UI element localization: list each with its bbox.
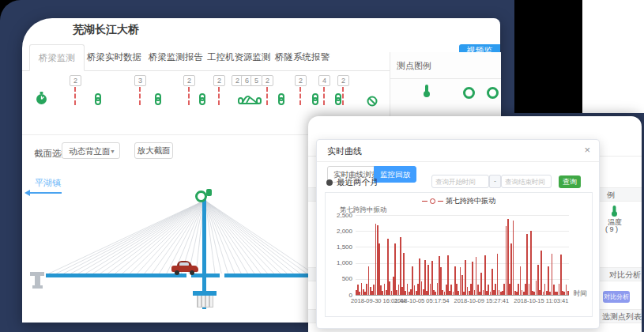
y-tick-label: 2,000 xyxy=(326,228,352,235)
chart-panel: 第七跨跨中振动 第七跨跨中振动 05001,0001,5002,0002,500… xyxy=(325,192,593,317)
sensor-count-badge[interactable]: 2 xyxy=(183,75,195,86)
sensor-dash-line xyxy=(299,87,301,105)
legend-marker-icon xyxy=(422,201,427,202)
legend-marker-icon xyxy=(438,201,443,202)
query-start-time-input[interactable] xyxy=(431,175,489,188)
left-arrow-icon xyxy=(30,192,62,194)
y-tick-label: 2,500 xyxy=(326,212,352,219)
compare-analysis-button[interactable]: 对比分析 xyxy=(603,291,630,303)
tab-bridge-monitoring[interactable]: 桥梁监测 xyxy=(29,44,85,71)
tab-bridge-monitoring-report[interactable]: 桥梁监测报告 xyxy=(149,44,203,70)
chevron-down-icon: ▼ xyxy=(110,143,115,160)
realtime-curve-dialog: 实时曲线 × 实时曲线浏览 监控回放 最近两个月 - 查询 第七跨跨中振动 第七… xyxy=(316,139,600,329)
tab-monitor-playback[interactable]: 监控回放 xyxy=(374,166,416,183)
recent-two-months-label: 最近两个月 xyxy=(337,177,378,188)
tower-foundation-piles xyxy=(197,296,213,307)
tower-top-sensor-icon[interactable] xyxy=(195,191,207,202)
recent-two-months-radio[interactable] xyxy=(326,179,333,186)
sensor-dash-line xyxy=(218,87,220,105)
x-axis-line xyxy=(356,295,569,296)
chart-bar xyxy=(530,231,532,295)
y-tick-label: 1,500 xyxy=(326,243,352,251)
page-title: 芜湖长江大桥 xyxy=(73,23,139,37)
enlarge-section-button[interactable]: 放大截面 xyxy=(134,142,173,159)
y-tick-label: 0 xyxy=(326,292,352,299)
x-tick-label: 2018-10-09 15:27:41 xyxy=(454,297,509,304)
section-select-value: 动态背立面 xyxy=(69,146,111,156)
vibration-sensor-icon xyxy=(487,87,499,99)
chart-bar xyxy=(403,253,405,295)
section-select-dropdown[interactable]: 动态背立面 ▼ xyxy=(62,142,120,159)
y-tick-label: 500 xyxy=(326,275,352,282)
x-axis-title: 时间 xyxy=(574,289,587,299)
tab-bridge-tunnel-alarm[interactable]: 桥隧系统报警 xyxy=(275,44,330,70)
legend-header-partial: 例 xyxy=(607,190,615,201)
legend-series-name: 第七跨跨中振动 xyxy=(446,196,495,206)
chart-bar xyxy=(497,254,499,295)
thermometer-icon xyxy=(422,84,431,101)
chart-bar xyxy=(513,221,514,295)
sensor-count-badge[interactable]: 4 xyxy=(318,75,330,86)
x-tick-label: 2018-10-15 11:03:41 xyxy=(514,297,568,304)
x-tick-label: 2018-10-05 05:17:54 xyxy=(394,297,450,304)
sensor-count-badge[interactable]: 5 xyxy=(250,75,262,86)
chart-bar xyxy=(484,255,486,296)
chain-link-sensor-icon[interactable] xyxy=(311,93,320,108)
compare-header: 对比分析 xyxy=(609,270,641,281)
gridline xyxy=(356,215,569,216)
stopwatch-icon[interactable] xyxy=(36,92,47,108)
query-button[interactable]: 查询 xyxy=(559,175,581,188)
gridline xyxy=(356,231,569,232)
close-icon[interactable]: × xyxy=(584,145,590,155)
legend-panel-title: 测点图例 xyxy=(397,60,431,72)
bridge-pier-stem xyxy=(35,276,40,285)
chain-link-sensor-icon[interactable] xyxy=(198,93,207,108)
sensor-count-badge[interactable]: 2 xyxy=(262,75,273,86)
sensor-dash-line xyxy=(342,87,344,105)
ban-icon[interactable] xyxy=(367,96,378,110)
direction-label: 平湖镇 xyxy=(35,177,61,189)
chain-link-sensor-icon[interactable] xyxy=(93,93,103,108)
divider xyxy=(317,161,599,162)
screen: 芜湖长江大桥 桥梁监测 桥梁实时数据 桥梁监测报告 工控机资源监测 桥隧系统报警… xyxy=(0,0,644,332)
sensor-dash-line xyxy=(188,87,190,105)
sensor-count-badge[interactable]: 3 xyxy=(134,75,146,86)
sensor-count-badge[interactable]: 2 xyxy=(213,75,225,86)
chart-bar xyxy=(548,266,549,295)
range-separator: - xyxy=(489,175,501,188)
chart-bar xyxy=(424,260,426,295)
sensor-dash-line xyxy=(323,87,325,105)
sensor-count-badge[interactable]: 2 xyxy=(70,75,81,86)
chart-bar xyxy=(394,243,396,295)
chart-bar xyxy=(560,255,562,295)
displacement-sensor-icon xyxy=(463,87,475,99)
bridge-deck-left xyxy=(46,274,186,277)
chain-link-sensor-icon[interactable] xyxy=(277,93,286,108)
temperature-count: ( 9 ) xyxy=(605,225,618,233)
dialog-title: 实时曲线 xyxy=(327,145,362,157)
sensor-dash-line xyxy=(266,87,268,105)
vibration-chart: 05001,0001,5002,0002,500 xyxy=(356,215,569,295)
sensor-count-badge[interactable]: 2 xyxy=(337,75,349,86)
sensor-dash-line xyxy=(74,87,76,105)
divider xyxy=(390,78,501,79)
selected-points-header: 选测点列表 xyxy=(602,311,642,323)
chart-bar xyxy=(447,255,449,296)
legend-marker-icon xyxy=(430,198,435,204)
chart-bar xyxy=(567,291,569,295)
background-white-window xyxy=(582,0,644,113)
tab-ipc-resource-monitoring[interactable]: 工控机资源监测 xyxy=(207,44,271,70)
bridge-pier-base xyxy=(32,285,43,289)
tower-top-marker-icon[interactable] xyxy=(206,189,212,196)
sensor-count-badge[interactable]: 2 xyxy=(295,75,307,86)
background-black-window xyxy=(514,0,582,113)
chain-link-sensor-icon[interactable] xyxy=(153,93,163,108)
tab-bridge-realtime-data[interactable]: 桥梁实时数据 xyxy=(87,44,141,70)
bridge-deck-right xyxy=(224,274,309,277)
chart-bar xyxy=(540,251,542,295)
query-end-time-input[interactable] xyxy=(501,175,552,188)
car-illustration xyxy=(171,261,198,274)
bridge-sensor-icon[interactable] xyxy=(238,94,262,110)
y-tick-label: 1,000 xyxy=(326,259,352,266)
sensor-dash-line xyxy=(139,87,141,105)
